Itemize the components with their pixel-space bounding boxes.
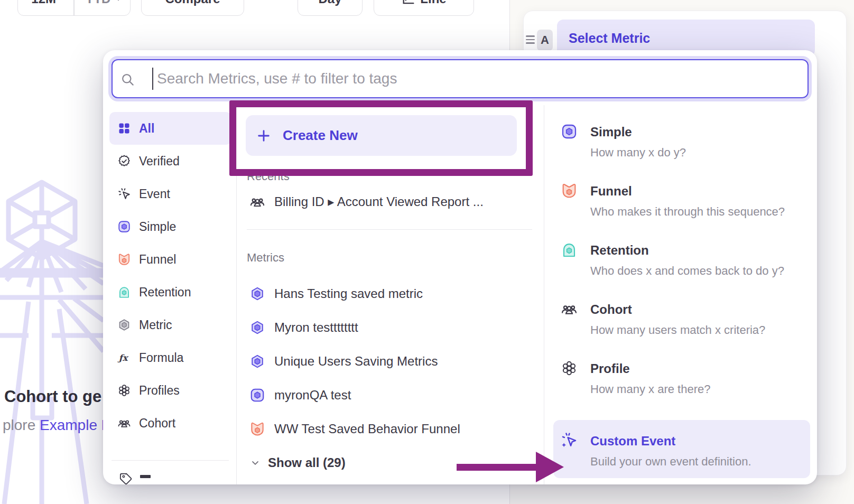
category-label: Profiles [139, 384, 180, 398]
funnel-icon [561, 182, 578, 199]
metric-type-title: Retention [590, 242, 649, 258]
empty-state-wireframe-illustration [0, 177, 104, 504]
category-verified[interactable]: Verified [109, 145, 231, 178]
saved-metric-label: myronQA test [274, 388, 351, 403]
metric-type-description: How many users match x criteria? [590, 323, 765, 338]
metric-type-description: Who makes it through this sequence? [590, 204, 785, 219]
range-12m-button[interactable]: 12M [18, 0, 69, 15]
category-profiles[interactable]: Profiles [109, 374, 231, 407]
metric-type-title: Custom Event [590, 433, 675, 449]
verified-icon [117, 154, 131, 168]
clipped-category-label [140, 475, 151, 478]
page: Cohort to ge plore Example R 12M YTD Com… [0, 0, 854, 504]
recent-item[interactable]: Billing ID ▸ Account Viewed Report ... [247, 185, 535, 218]
tag-icon[interactable] [119, 472, 133, 484]
category-label: Formula [139, 351, 183, 365]
metric-type-title: Profile [590, 361, 630, 377]
metric-type-description: Build your own event definition. [590, 454, 751, 469]
metric-type-description: Who does x and comes back to do y? [590, 264, 784, 278]
metric-type-title: Simple [590, 124, 632, 140]
category-all[interactable]: All [109, 112, 231, 145]
metric-type-title: Cohort [590, 302, 632, 318]
metric-type-cohort[interactable]: CohortHow many users match x criteria? [553, 302, 810, 340]
range-ytd-button[interactable]: YTD [79, 0, 130, 15]
metric-type-custom-event[interactable]: Custom EventBuild your own event definit… [553, 433, 810, 471]
category-label: Event [139, 187, 170, 201]
metric-icon [117, 318, 131, 332]
category-cohort[interactable]: Cohort [109, 407, 231, 440]
example-link[interactable]: Example R [40, 417, 112, 433]
search-input[interactable] [113, 60, 807, 97]
category-metric[interactable]: Metric [109, 309, 231, 341]
saved-metric-hans-testing-saved-metric[interactable]: Hans Testing saved metric [247, 277, 535, 310]
event-icon [117, 187, 131, 201]
day-granularity-button[interactable]: Day [298, 0, 363, 16]
empty-state-headline: Cohort to ge [4, 387, 101, 406]
empty-state-explore-text: plore Example R [3, 417, 112, 434]
right-column-divider [544, 105, 544, 484]
recent-item-label: Billing ID ▸ Account Viewed Report ... [274, 194, 484, 209]
funnel-icon [249, 421, 265, 437]
metric-type-simple[interactable]: SimpleHow many x do y? [553, 124, 810, 162]
saved-metric-label: WW Test Saved Behavior Funnel [274, 422, 460, 436]
metric-type-description: How many x do y? [590, 145, 686, 160]
series-a-badge: A [537, 30, 553, 51]
category-simple[interactable]: Simple [109, 210, 231, 243]
category-label: Simple [139, 220, 176, 234]
saved-metric-label: Hans Testing saved metric [274, 286, 423, 301]
metric-type-retention[interactable]: RetentionWho does x and comes back to do… [553, 242, 810, 281]
funnel-icon [117, 253, 131, 266]
text-caret [152, 68, 153, 90]
category-retention[interactable]: Retention [109, 276, 231, 309]
annotation-arrow [453, 451, 565, 483]
svg-text:ƒx: ƒx [117, 353, 129, 363]
line-chart-type-button[interactable]: Line [374, 0, 474, 16]
metric-type-description: How many x are there? [590, 382, 710, 397]
simple-icon [561, 123, 578, 140]
compare-button[interactable]: Compare [141, 0, 244, 16]
metric-type-funnel[interactable]: FunnelWho makes it through this sequence… [553, 183, 810, 221]
search-field-wrap [112, 59, 809, 98]
day-label: Day [318, 0, 341, 6]
saved-metric-myronqa-test[interactable]: myronQA test [247, 379, 535, 412]
saved-metric-unique-users-saving-metrics[interactable]: Unique Users Saving Metrics [247, 345, 535, 378]
grid-icon [117, 122, 131, 135]
chevron-down-icon [114, 0, 123, 4]
category-label: All [139, 122, 154, 136]
explore-prefix: plore [3, 417, 40, 433]
metric-purple-icon [249, 353, 265, 369]
saved-metric-ww-test-saved-behavior-funnel[interactable]: WW Test Saved Behavior Funnel [247, 413, 535, 445]
metric-type-title: Funnel [590, 183, 632, 199]
retention-icon [561, 241, 578, 258]
date-range-group: 12M YTD [17, 0, 131, 16]
segment-divider [73, 0, 75, 15]
category-label: Cohort [139, 416, 175, 431]
formula-icon: ƒx [117, 351, 131, 365]
saved-metric-label: Unique Users Saving Metrics [274, 354, 438, 369]
recents-divider [247, 229, 532, 230]
category-label: Metric [139, 318, 172, 332]
saved-metric-myron-testttttttt[interactable]: Myron testttttttt [247, 311, 535, 344]
drag-handle-icon[interactable] [526, 35, 535, 44]
cohort-icon [117, 416, 131, 430]
category-label: Funnel [139, 253, 176, 267]
profiles-icon [561, 360, 578, 377]
annotation-box [229, 100, 533, 176]
sidebar-section-divider [112, 460, 229, 461]
metric-type-profile[interactable]: ProfileHow many x are there? [553, 361, 810, 399]
cohort-icon [249, 194, 265, 210]
range-12m-label: 12M [31, 0, 56, 6]
cohort-icon [561, 301, 578, 318]
category-label: Retention [139, 285, 191, 300]
show-all-button[interactable]: Show all (29) [247, 454, 346, 471]
category-event[interactable]: Event [109, 178, 231, 210]
category-formula[interactable]: ƒxFormula [109, 341, 231, 374]
line-label: Line [420, 0, 446, 6]
profiles-icon [117, 384, 131, 397]
chevron-down-icon [250, 458, 261, 468]
category-label: Verified [139, 154, 180, 169]
metric-purple-icon [249, 286, 265, 302]
range-ytd-label: YTD [85, 0, 110, 6]
compare-label: Compare [165, 0, 220, 6]
category-funnel[interactable]: Funnel [109, 243, 231, 276]
